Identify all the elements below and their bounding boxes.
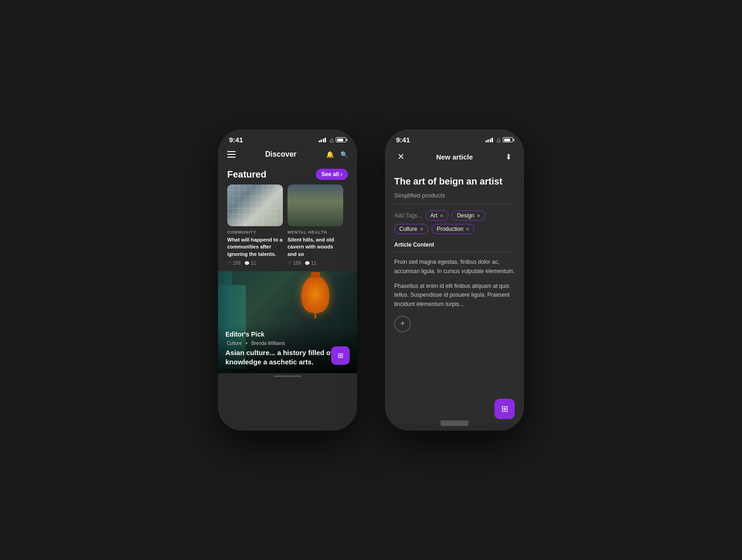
tag-production-label: Production xyxy=(437,226,463,232)
tag-design-close-icon[interactable]: ✕ xyxy=(477,213,480,218)
status-bar-1: 9:41 △ xyxy=(218,129,357,146)
featured-title: Featured xyxy=(227,169,266,180)
close-button[interactable]: ✕ xyxy=(394,150,407,163)
see-all-button[interactable]: See all › xyxy=(316,169,348,180)
card-comments-2: 💬 11 xyxy=(305,261,316,266)
phone-new-article: 9:41 △ ✕ New article ⬇ The art of beign … xyxy=(385,129,524,431)
time-2: 9:41 xyxy=(396,136,410,144)
search-icon[interactable] xyxy=(340,150,348,159)
lantern-decoration xyxy=(297,276,334,322)
content-label: Article Content xyxy=(394,242,515,252)
tags-section: Add Tags... Art ✕ Design ✕ Culture ✕ xyxy=(394,210,515,234)
plus-icon: + xyxy=(400,319,405,329)
status-bar-2: 9:41 △ xyxy=(385,129,524,146)
featured-card-1[interactable]: COMMUNITY What will happend to a communi… xyxy=(227,185,283,266)
fab-button-2[interactable]: ⊞ xyxy=(494,399,515,419)
scroll-indicator-1 xyxy=(218,373,357,379)
editors-label: Editor's Pick xyxy=(225,331,350,338)
card-text-2: Silent hills, and old cavern with woods … xyxy=(288,236,343,258)
signal-bars-1 xyxy=(319,138,326,142)
article-title[interactable]: The art of beign an artist xyxy=(394,175,515,187)
phone-discover: 9:41 △ Discover Featured See all xyxy=(218,129,357,431)
tag-design-label: Design xyxy=(457,212,474,219)
bookmark-icon-2: ⊞ xyxy=(501,404,508,414)
chevron-right-icon: › xyxy=(340,171,342,178)
tag-art-label: Art xyxy=(430,212,437,219)
article-content-section: Article Content Proin sed magna egestas,… xyxy=(394,242,515,309)
card-image-2 xyxy=(288,185,343,226)
battery-icon-1 xyxy=(336,137,346,142)
status-icons-2: △ xyxy=(486,137,513,143)
featured-header: Featured See all › xyxy=(218,163,357,185)
status-icons-1: △ xyxy=(319,137,346,143)
card-footer-1: ♡ 159 💬 11 xyxy=(227,261,283,266)
nav-bar-1: Discover xyxy=(218,146,357,163)
time-1: 9:41 xyxy=(229,136,243,144)
article-nav-title: New article xyxy=(436,153,473,161)
featured-card-2[interactable]: MENTAL HEALTH Silent hills, and old cave… xyxy=(288,185,343,266)
card-footer-2: ♡ 159 💬 11 xyxy=(288,261,343,266)
battery-icon-2 xyxy=(503,137,513,142)
add-content-button[interactable]: + xyxy=(394,316,411,332)
article-form-content: The art of beign an artist Simplified pr… xyxy=(385,168,524,423)
cards-row: COMMUNITY What will happend to a communi… xyxy=(218,185,357,266)
bookmark-icon-1: ⊞ xyxy=(338,351,344,360)
wifi-icon-1: △ xyxy=(330,137,333,143)
heart-icon-2: ♡ xyxy=(288,261,292,266)
nav-bar-2: ✕ New article ⬇ xyxy=(385,146,524,168)
scroll-indicator-2 xyxy=(441,420,468,426)
article-subtitle[interactable]: Simplified products xyxy=(394,192,515,204)
tag-culture-close-icon[interactable]: ✕ xyxy=(420,227,423,232)
tags-row: Add Tags... Art ✕ Design ✕ Culture ✕ xyxy=(394,210,515,234)
tag-art[interactable]: Art ✕ xyxy=(425,210,448,221)
tag-culture-label: Culture xyxy=(399,226,417,232)
heart-icon-1: ♡ xyxy=(227,261,231,266)
signal-bars-2 xyxy=(486,138,493,142)
card-text-1: What will happend to a communities after… xyxy=(227,236,283,258)
comment-icon-2: 💬 xyxy=(305,261,310,266)
card-likes-1: ♡ 159 xyxy=(227,261,241,266)
wifi-icon-2: △ xyxy=(497,137,500,143)
download-button[interactable]: ⬇ xyxy=(502,150,515,163)
tag-culture[interactable]: Culture ✕ xyxy=(394,224,429,234)
tag-production-close-icon[interactable]: ✕ xyxy=(466,227,469,232)
editors-pick-section[interactable]: Editor's Pick Culture • Brenda Williams … xyxy=(218,271,357,373)
content-para-2[interactable]: Phasellus at enim id elit finibus aliqua… xyxy=(394,282,515,309)
tag-art-close-icon[interactable]: ✕ xyxy=(440,213,443,218)
hamburger-icon[interactable] xyxy=(227,151,236,158)
content-para-1[interactable]: Proin sed magna egestas, finibus dolor a… xyxy=(394,258,515,276)
tag-design[interactable]: Design ✕ xyxy=(452,210,485,221)
card-image-1 xyxy=(227,185,283,226)
discover-content: Featured See all › COMMUNITY What will h… xyxy=(218,163,357,379)
card-comments-1: 💬 11 xyxy=(244,261,256,266)
download-icon: ⬇ xyxy=(505,153,512,161)
bell-icon[interactable] xyxy=(326,150,334,159)
nav-title-1: Discover xyxy=(265,150,297,159)
comment-icon-1: 💬 xyxy=(244,261,249,266)
nav-actions-1 xyxy=(326,150,348,159)
scroll-dot-1 xyxy=(274,375,301,377)
card-category-1: COMMUNITY xyxy=(227,230,283,235)
card-likes-2: ♡ 159 xyxy=(288,261,301,266)
fab-button-1[interactable]: ⊞ xyxy=(331,346,350,365)
editors-meta: Culture • Brenda Williams xyxy=(225,341,350,346)
tags-add-label: Add Tags... xyxy=(394,212,422,219)
tag-production[interactable]: Production ✕ xyxy=(432,224,474,234)
card-category-2: MENTAL HEALTH xyxy=(288,230,343,235)
